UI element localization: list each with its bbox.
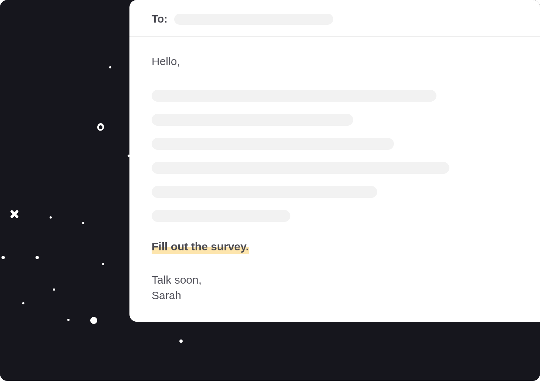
star-decoration (1, 256, 5, 259)
to-label: To: (152, 13, 168, 25)
star-decoration (50, 216, 52, 219)
greeting-text: Hello, (152, 55, 518, 68)
body-placeholder-line (152, 90, 436, 102)
body-placeholder-line (152, 138, 394, 150)
to-field-row: To: (129, 0, 540, 37)
body-placeholder-line (152, 114, 353, 126)
star-decoration (53, 288, 55, 291)
star-decoration (90, 317, 97, 324)
survey-link[interactable]: Fill out the survey. (152, 240, 249, 253)
signoff-block: Talk soon, Sarah (152, 272, 518, 303)
star-decoration (22, 302, 24, 304)
star-decoration (82, 222, 84, 224)
star-decoration (36, 256, 39, 259)
survey-link-block: Fill out the survey. (152, 240, 518, 254)
star-decoration (109, 66, 111, 68)
star-decoration (67, 319, 70, 321)
survey-link-text: Fill out the survey. (152, 240, 249, 254)
body-placeholder-line (152, 162, 449, 174)
email-compose-card: To: Hello, Fill out the survey. Talk soo… (129, 0, 540, 322)
body-placeholder-line (152, 210, 290, 222)
closing-text: Talk soon, (152, 272, 518, 288)
svg-point-0 (99, 125, 102, 129)
signature-text: Sarah (152, 288, 518, 303)
email-body: Hello, Fill out the survey. Talk soon, S… (129, 37, 540, 322)
star-decoration (102, 263, 104, 265)
blob-decoration (95, 122, 106, 132)
star-decoration (179, 339, 183, 343)
x-decoration (10, 210, 18, 218)
to-input-placeholder[interactable] (174, 14, 333, 25)
body-placeholder-line (152, 186, 377, 198)
